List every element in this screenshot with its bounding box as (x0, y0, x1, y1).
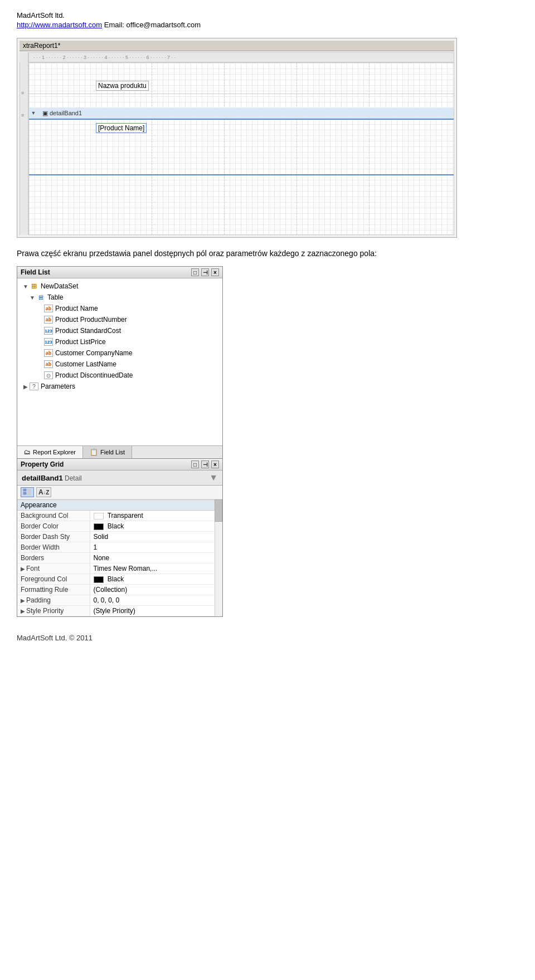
section-appearance-header: Appearance ∧ (17, 499, 222, 511)
prop-dock-button[interactable]: ⊣ (201, 460, 209, 468)
prop-value-style-priority: (Style Priority) (90, 606, 215, 616)
prop-row-formatting-rule[interactable]: Formatting Rule (Collection) (17, 585, 215, 595)
bg-color-value: Transparent (108, 512, 143, 520)
titlebar-buttons: □ ⊣ × (191, 268, 219, 276)
prop-value-borders: None (90, 553, 215, 564)
header-contact: http://www.madartsoft.com Email: office@… (17, 21, 518, 29)
prop-row-padding[interactable]: ▶ Padding 0, 0, 0, 0 (17, 595, 215, 606)
prop-value-padding: 0, 0, 0, 0 (90, 595, 215, 606)
tree-item-field-5[interactable]: ab Customer LastName (17, 359, 222, 370)
prop-value-border-color[interactable]: Black (90, 521, 215, 532)
band-bottom-line (29, 174, 454, 175)
report-ruler: · · · 1 · · · · · · 2 · · · · · · 3 · · … (28, 52, 454, 62)
categorized-view-button[interactable] (21, 487, 34, 497)
tree-item-parameters[interactable]: ▶ ? Parameters (17, 381, 222, 392)
toggle-dataset[interactable]: ▼ (22, 282, 30, 290)
svg-rect-2 (27, 491, 31, 492)
report-canvas: ≡ ≡ Nazwa produktu ▼ ▣ det (20, 62, 454, 235)
font-expand-arrow[interactable]: ▶ (21, 566, 26, 572)
prop-row-bg-color[interactable]: Background Col Transparent (17, 511, 215, 521)
prop-name-borders: Borders (17, 553, 90, 564)
field-icon-4: ab (44, 349, 53, 357)
tree-item-field-2[interactable]: 123 Product StandardCost (17, 325, 222, 336)
prop-row-border-color[interactable]: Border Color Black (17, 521, 215, 532)
tree-item-field-4[interactable]: ab Customer CompanyName (17, 347, 222, 359)
prop-row-font[interactable]: ▶ Font Times New Roman,... (17, 564, 215, 574)
prop-pin-button[interactable]: □ (191, 460, 199, 468)
prop-value-fg-color[interactable]: Black (90, 574, 215, 585)
style-priority-arrow[interactable]: ▶ (21, 608, 26, 614)
alphabetical-view-button[interactable]: A ↓ Z (36, 487, 51, 497)
detail-band-icon: ▣ detailBand1 (42, 110, 82, 117)
tree-item-table[interactable]: ▼ ⊞ Table (17, 292, 222, 303)
prop-value-formatting-rule: (Collection) (90, 585, 215, 595)
detail-band-row[interactable]: ▼ ▣ detailBand1 (29, 107, 454, 120)
footer-text: MadArtSoft Ltd. © 2011 (17, 634, 518, 642)
prop-value-bg-color[interactable]: Transparent (90, 511, 215, 521)
field-list-content: ▼ ⊞ NewDataSet ▼ ⊞ Table ab Product Name… (17, 278, 222, 445)
dataset-label: NewDataSet (41, 282, 78, 290)
email-label: Email: office@madartsoft.com (104, 21, 201, 29)
fg-color-swatch (94, 576, 104, 583)
field-label-0: Product Name (55, 305, 98, 312)
field-list-tabbar: 🗂 Report Explorer 📋 Field List (17, 445, 222, 458)
parameters-label: Parameters (41, 383, 75, 390)
table-label: Table (47, 293, 64, 301)
scrollbar-thumb[interactable] (215, 499, 222, 522)
fg-color-value: Black (108, 575, 124, 583)
prop-name-fg-color: Foreground Col (17, 574, 90, 585)
field-icon-3: 123 (44, 337, 53, 346)
tree-item-field-1[interactable]: ab Product ProductNumber (17, 314, 222, 325)
selected-name: detailBand1 (22, 474, 63, 482)
prop-titlebar-buttons: □ ⊣ × (191, 460, 219, 468)
prop-row-style-priority[interactable]: ▶ Style Priority (Style Priority) (17, 606, 215, 616)
close-button[interactable]: × (211, 268, 219, 276)
tree-item-field-6[interactable]: ⊙ Product DiscontinuedDate (17, 370, 222, 381)
field-spacer (36, 305, 44, 312)
left-ruler: ≡ ≡ (20, 62, 28, 235)
property-scrollbar[interactable] (215, 499, 222, 616)
dropdown-arrow-icon[interactable]: ▼ (209, 473, 218, 483)
prop-close-button[interactable]: × (211, 460, 219, 468)
field-icon-2: 123 (44, 326, 53, 335)
tab-report-explorer[interactable]: 🗂 Report Explorer (17, 446, 83, 458)
prop-row-borders[interactable]: Borders None (17, 553, 215, 564)
tree-item-dataset[interactable]: ▼ ⊞ NewDataSet (17, 281, 222, 292)
property-grid-window: Property Grid □ ⊣ × detailBand1 Detail ▼ (17, 459, 223, 617)
svg-rect-3 (23, 492, 26, 494)
prop-value-border-width: 1 (90, 542, 215, 553)
field-list-titlebar: Field List □ ⊣ × (17, 267, 222, 278)
prop-row-border-width[interactable]: Border Width 1 (17, 542, 215, 553)
prop-name-font: ▶ Font (17, 564, 90, 574)
dock-button[interactable]: ⊣ (201, 268, 209, 276)
dataset-icon: ⊞ (30, 282, 38, 291)
tab-field-list[interactable]: 📋 Field List (83, 446, 132, 458)
svg-rect-4 (27, 492, 31, 493)
tree-item-field-3[interactable]: 123 Product ListPrice (17, 336, 222, 347)
svg-rect-0 (23, 489, 26, 491)
border-color-value: Black (108, 522, 124, 530)
prop-row-fg-color[interactable]: Foreground Col Black (17, 574, 215, 585)
property-table: Background Col Transparent Border Color … (17, 511, 215, 616)
prop-name-bg-color: Background Col (17, 511, 90, 521)
prop-value-border-dash: Solid (90, 532, 215, 542)
prop-name-style-priority: ▶ Style Priority (17, 606, 90, 616)
field-list-title: Field List (21, 268, 50, 276)
prop-name-border-dash: Border Dash Sty (17, 532, 90, 542)
prop-row-border-dash[interactable]: Border Dash Sty Solid (17, 532, 215, 542)
pin-button[interactable]: □ (191, 268, 199, 276)
report-tab[interactable]: xtraReport1* (20, 41, 454, 51)
detail-band-name: detailBand1 (50, 110, 82, 116)
product-name-label[interactable]: Nazwa produktu (96, 81, 149, 91)
website-link[interactable]: http://www.madartsoft.com (17, 21, 102, 29)
field-label-6: Product DiscontinuedDate (55, 371, 133, 379)
property-table-container: Appearance ∧ Background Col Transparent (17, 499, 222, 616)
prop-name-border-width: Border Width (17, 542, 90, 553)
field-icon-5: ab (44, 360, 53, 369)
product-name-field[interactable]: [Product Name] (96, 123, 147, 133)
field-label-2: Product StandardCost (55, 327, 121, 335)
toggle-table[interactable]: ▼ (28, 293, 36, 301)
description-text: Prawa część ekranu przedstawia panel dos… (17, 248, 518, 259)
tree-item-field-0[interactable]: ab Product Name (17, 303, 222, 314)
padding-expand-arrow[interactable]: ▶ (21, 597, 26, 604)
